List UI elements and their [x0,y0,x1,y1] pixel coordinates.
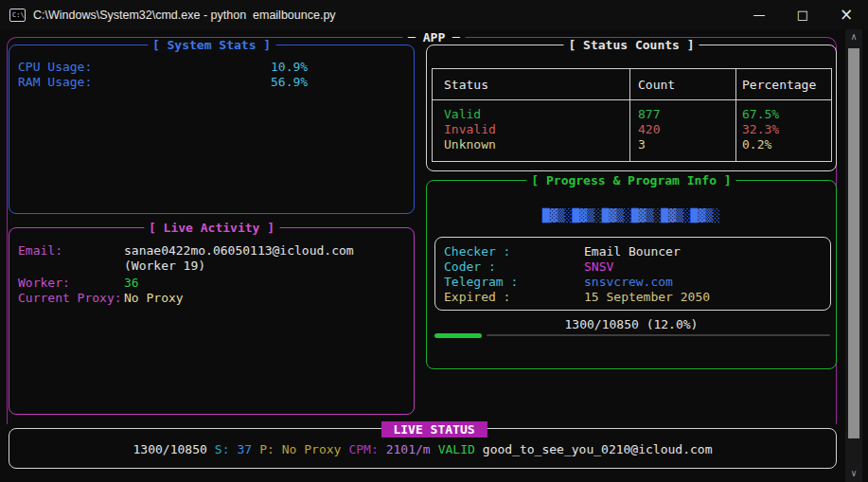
minimize-icon: — [753,8,766,22]
live-status-line: 1300/10850 S: 37 P: No Proxy CPM: 2101/m… [9,442,836,456]
status-counts-panel: [ Status Counts ] Status Count Percentag… [426,45,837,171]
email-worker-note: (Worker 19) [124,259,205,273]
table-row-valid-percentage: 67.5% [742,107,779,121]
progress-bar [434,332,830,338]
current-proxy-value: No Proxy [124,291,184,305]
status-result: VALID [438,442,475,456]
status-s-label: S: [215,442,230,456]
scroll-up-icon[interactable]: ∧ [845,31,862,43]
checker-label: Checker : [444,244,510,259]
email-label: Email: [18,243,62,258]
coder-label: Coder : [444,259,496,274]
scrollbar-thumb[interactable] [848,48,859,438]
live-activity-title: [ Live Activity ] [144,221,279,235]
telegram-label: Telegram : [444,275,518,289]
table-row-unknown-count: 3 [638,137,646,152]
table-column-divider [629,69,630,161]
ram-usage-label: RAM Usage: [18,75,92,89]
status-s-value: 37 [237,442,252,456]
table-header-divider [433,99,831,100]
current-proxy-label: Current Proxy: [18,291,122,305]
scrollbar[interactable]: ∧ ∨ [845,29,862,482]
progress-count-text: 1300/10850 (12.0%) [427,317,836,331]
ascii-banner: █▓▒░█▓▒░█▓▒░█▓▒░█▓▒░█▓▒░ [427,208,836,223]
table-row-invalid-count: 420 [638,122,660,136]
close-button[interactable]: × [824,0,868,29]
checker-value: Email Bouncer [584,244,681,259]
worker-label: Worker: [18,276,70,290]
maximize-button[interactable]: □ [781,0,824,29]
maximize-icon: □ [797,8,808,22]
cmd-icon: C:\ [9,9,26,22]
status-email: good_to_see_you_0210@icloud.com [483,442,713,456]
cpu-usage-label: CPU Usage: [18,60,92,74]
table-row-unknown-percentage: 0.2% [742,137,771,152]
cpu-usage-value: 10.9% [271,60,308,74]
status-cpm-value: 2101/m [386,442,431,456]
system-stats-title: [ System Stats ] [148,38,275,52]
status-cpm-label: CPM: [348,442,378,456]
window-controls: — □ × [737,0,868,29]
table-row-valid-count: 877 [638,107,660,121]
column-header-count: Count [638,78,675,92]
status-progress: 1300/10850 [133,442,207,456]
window-title: C:\Windows\System32\cmd.exe - python ema… [33,9,336,22]
table-row-unknown-status: Unknown [444,137,496,152]
expired-label: Expired : [444,290,510,304]
worker-value: 36 [124,276,139,290]
status-p-label: P: [259,442,275,456]
minimize-button[interactable]: — [737,0,781,29]
console-area: ─ APP ─ [ System Stats ] CPU Usage: 10.9… [0,29,868,482]
ram-usage-value: 56.9% [271,75,308,89]
column-header-status: Status [444,78,488,92]
progress-bar-fill [434,333,482,338]
progress-bar-remainder [487,334,830,336]
email-value: sanae0422mo.06050113@icloud.com [124,243,354,258]
column-header-percentage: Percentage [742,78,816,92]
table-column-divider [735,69,736,161]
system-stats-panel: [ System Stats ] CPU Usage: 10.9% RAM Us… [9,45,415,214]
expired-value: 15 September 2050 [584,290,710,304]
close-icon: × [840,5,853,24]
table-row-valid-status: Valid [444,107,481,121]
progress-info-title: [ Progress & Program Info ] [526,173,735,187]
table-row-invalid-status: Invalid [444,122,496,136]
status-counts-table: Status Count Percentage Valid 877 67.5% … [432,68,832,162]
status-counts-title: [ Status Counts ] [563,38,699,52]
title-bar[interactable]: C:\ C:\Windows\System32\cmd.exe - python… [0,0,868,29]
cmd-window: C:\ C:\Windows\System32\cmd.exe - python… [0,0,868,482]
coder-value: SNSV [584,259,613,274]
program-info-box: Checker : Email Bouncer Coder : SNSV Tel… [434,237,831,311]
live-activity-panel: [ Live Activity ] Email: sanae0422mo.060… [9,227,415,415]
telegram-value: snsvcrew.com [584,275,673,289]
table-row-invalid-percentage: 32.3% [742,122,779,136]
live-status-badge: LIVE STATUS [381,421,487,437]
scroll-down-icon[interactable]: ∨ [845,468,862,479]
status-p-value: No Proxy [282,442,342,456]
progress-info-panel: [ Progress & Program Info ] █▓▒░█▓▒░█▓▒░… [426,180,837,369]
app-frame-title: ─ APP ─ [402,30,466,45]
